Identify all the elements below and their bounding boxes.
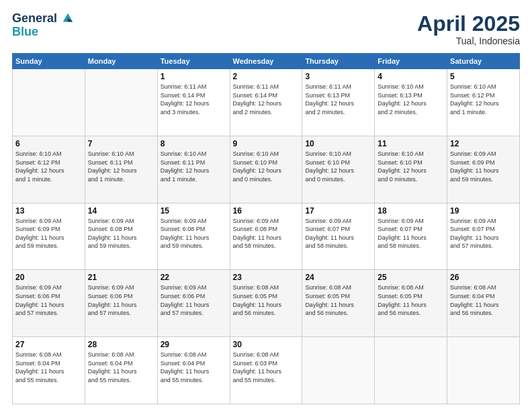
table-row: 23Sunrise: 6:08 AMSunset: 6:05 PMDayligh… xyxy=(230,270,302,337)
table-row: 19Sunrise: 6:09 AMSunset: 6:07 PMDayligh… xyxy=(447,203,520,270)
day-info: Sunrise: 6:08 AMSunset: 6:05 PMDaylight:… xyxy=(305,284,354,316)
calendar-header-row: Sunday Monday Tuesday Wednesday Thursday… xyxy=(13,54,520,69)
day-info: Sunrise: 6:09 AMSunset: 6:07 PMDaylight:… xyxy=(450,218,499,250)
day-number: 23 xyxy=(233,273,300,282)
day-info: Sunrise: 6:10 AMSunset: 6:11 PMDaylight:… xyxy=(88,150,137,183)
day-number: 1 xyxy=(161,72,227,81)
day-number: 27 xyxy=(15,340,82,349)
table-row: 14Sunrise: 6:09 AMSunset: 6:08 PMDayligh… xyxy=(85,203,157,270)
day-info: Sunrise: 6:10 AMSunset: 6:11 PMDaylight:… xyxy=(161,150,210,183)
col-saturday: Saturday xyxy=(447,54,520,69)
day-info: Sunrise: 6:09 AMSunset: 6:06 PMDaylight:… xyxy=(88,284,137,316)
location: Tual, Indonesia xyxy=(417,36,520,46)
day-info: Sunrise: 6:10 AMSunset: 6:13 PMDaylight:… xyxy=(378,83,427,116)
logo-icon xyxy=(62,12,74,24)
table-row: 13Sunrise: 6:09 AMSunset: 6:09 PMDayligh… xyxy=(13,203,85,270)
calendar-week-row: 1Sunrise: 6:11 AMSunset: 6:14 PMDaylight… xyxy=(13,69,520,136)
day-number: 16 xyxy=(233,206,300,216)
table-row: 28Sunrise: 6:08 AMSunset: 6:04 PMDayligh… xyxy=(85,337,157,404)
table-row xyxy=(302,337,375,404)
day-number: 24 xyxy=(305,273,371,282)
table-row xyxy=(447,337,520,404)
col-tuesday: Tuesday xyxy=(157,54,230,69)
table-row: 8Sunrise: 6:10 AMSunset: 6:11 PMDaylight… xyxy=(157,136,230,203)
calendar-week-row: 6Sunrise: 6:10 AMSunset: 6:12 PMDaylight… xyxy=(13,136,520,203)
table-row: 20Sunrise: 6:09 AMSunset: 6:06 PMDayligh… xyxy=(13,270,85,337)
table-row: 1Sunrise: 6:11 AMSunset: 6:14 PMDaylight… xyxy=(157,69,230,136)
table-row: 15Sunrise: 6:09 AMSunset: 6:08 PMDayligh… xyxy=(157,203,230,270)
day-info: Sunrise: 6:08 AMSunset: 6:05 PMDaylight:… xyxy=(233,284,282,316)
day-number: 15 xyxy=(161,206,227,216)
table-row: 18Sunrise: 6:09 AMSunset: 6:07 PMDayligh… xyxy=(375,203,447,270)
day-info: Sunrise: 6:09 AMSunset: 6:08 PMDaylight:… xyxy=(233,218,282,250)
day-info: Sunrise: 6:10 AMSunset: 6:12 PMDaylight:… xyxy=(450,83,499,116)
col-monday: Monday xyxy=(85,54,157,69)
col-sunday: Sunday xyxy=(13,54,85,69)
header: General Blue April 2025 Tual, Indonesia xyxy=(12,12,520,46)
table-row: 21Sunrise: 6:09 AMSunset: 6:06 PMDayligh… xyxy=(85,270,157,337)
day-info: Sunrise: 6:08 AMSunset: 6:04 PMDaylight:… xyxy=(450,284,499,316)
table-row: 24Sunrise: 6:08 AMSunset: 6:05 PMDayligh… xyxy=(302,270,375,337)
day-number: 8 xyxy=(161,139,227,148)
table-row: 26Sunrise: 6:08 AMSunset: 6:04 PMDayligh… xyxy=(447,270,520,337)
day-number: 14 xyxy=(88,206,154,216)
col-thursday: Thursday xyxy=(302,54,375,69)
day-info: Sunrise: 6:08 AMSunset: 6:04 PMDaylight:… xyxy=(161,351,210,383)
day-info: Sunrise: 6:09 AMSunset: 6:08 PMDaylight:… xyxy=(88,218,137,250)
table-row: 5Sunrise: 6:10 AMSunset: 6:12 PMDaylight… xyxy=(447,69,520,136)
day-info: Sunrise: 6:08 AMSunset: 6:04 PMDaylight:… xyxy=(88,351,137,383)
page: General Blue April 2025 Tual, Indonesia … xyxy=(0,0,532,411)
day-number: 21 xyxy=(88,273,154,282)
day-number: 19 xyxy=(450,206,517,216)
day-number: 18 xyxy=(378,206,444,216)
table-row: 9Sunrise: 6:10 AMSunset: 6:10 PMDaylight… xyxy=(230,136,302,203)
calendar-table: Sunday Monday Tuesday Wednesday Thursday… xyxy=(12,53,520,404)
title-block: April 2025 Tual, Indonesia xyxy=(417,12,520,46)
day-info: Sunrise: 6:09 AMSunset: 6:08 PMDaylight:… xyxy=(161,218,210,250)
day-number: 11 xyxy=(378,139,444,148)
day-number: 20 xyxy=(15,273,82,282)
day-info: Sunrise: 6:08 AMSunset: 6:05 PMDaylight:… xyxy=(378,284,427,316)
day-number: 7 xyxy=(88,139,154,148)
month-year: April 2025 xyxy=(417,12,520,36)
day-number: 5 xyxy=(450,72,517,81)
table-row xyxy=(85,69,157,136)
table-row: 27Sunrise: 6:08 AMSunset: 6:04 PMDayligh… xyxy=(13,337,85,404)
day-number: 29 xyxy=(161,340,227,349)
logo-blue: Blue xyxy=(12,26,74,38)
day-info: Sunrise: 6:09 AMSunset: 6:07 PMDaylight:… xyxy=(305,218,354,250)
day-info: Sunrise: 6:09 AMSunset: 6:09 PMDaylight:… xyxy=(450,150,499,183)
col-wednesday: Wednesday xyxy=(230,54,302,69)
table-row: 22Sunrise: 6:09 AMSunset: 6:06 PMDayligh… xyxy=(157,270,230,337)
day-info: Sunrise: 6:09 AMSunset: 6:06 PMDaylight:… xyxy=(161,284,210,316)
table-row: 17Sunrise: 6:09 AMSunset: 6:07 PMDayligh… xyxy=(302,203,375,270)
table-row: 7Sunrise: 6:10 AMSunset: 6:11 PMDaylight… xyxy=(85,136,157,203)
day-info: Sunrise: 6:10 AMSunset: 6:10 PMDaylight:… xyxy=(305,150,354,183)
calendar-week-row: 13Sunrise: 6:09 AMSunset: 6:09 PMDayligh… xyxy=(13,203,520,270)
logo: General Blue xyxy=(12,12,74,38)
day-info: Sunrise: 6:09 AMSunset: 6:07 PMDaylight:… xyxy=(378,218,427,250)
day-info: Sunrise: 6:09 AMSunset: 6:06 PMDaylight:… xyxy=(15,284,64,316)
table-row: 29Sunrise: 6:08 AMSunset: 6:04 PMDayligh… xyxy=(157,337,230,404)
day-info: Sunrise: 6:11 AMSunset: 6:14 PMDaylight:… xyxy=(233,83,282,116)
day-number: 28 xyxy=(88,340,154,349)
day-info: Sunrise: 6:09 AMSunset: 6:09 PMDaylight:… xyxy=(15,218,64,250)
day-number: 10 xyxy=(305,139,371,148)
day-number: 4 xyxy=(378,72,444,81)
day-number: 9 xyxy=(233,139,300,148)
day-number: 26 xyxy=(450,273,517,282)
day-info: Sunrise: 6:10 AMSunset: 6:10 PMDaylight:… xyxy=(233,150,282,183)
day-number: 30 xyxy=(233,340,300,349)
day-info: Sunrise: 6:11 AMSunset: 6:13 PMDaylight:… xyxy=(305,83,354,116)
table-row: 12Sunrise: 6:09 AMSunset: 6:09 PMDayligh… xyxy=(447,136,520,203)
day-info: Sunrise: 6:10 AMSunset: 6:10 PMDaylight:… xyxy=(378,150,427,183)
day-number: 17 xyxy=(305,206,371,216)
table-row: 10Sunrise: 6:10 AMSunset: 6:10 PMDayligh… xyxy=(302,136,375,203)
logo-text: General xyxy=(12,12,74,26)
day-number: 12 xyxy=(450,139,517,148)
table-row: 2Sunrise: 6:11 AMSunset: 6:14 PMDaylight… xyxy=(230,69,302,136)
table-row: 11Sunrise: 6:10 AMSunset: 6:10 PMDayligh… xyxy=(375,136,447,203)
table-row xyxy=(375,337,447,404)
table-row: 25Sunrise: 6:08 AMSunset: 6:05 PMDayligh… xyxy=(375,270,447,337)
table-row xyxy=(13,69,85,136)
